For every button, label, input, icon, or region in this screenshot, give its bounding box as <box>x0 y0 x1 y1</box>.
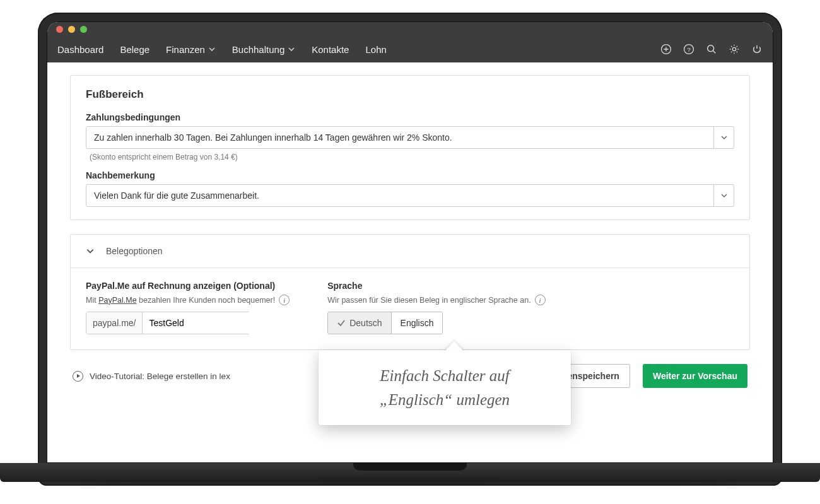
play-icon[interactable] <box>73 371 83 382</box>
main-navbar: Dashboard Belege Finanzen Buchhaltung Ko… <box>47 36 773 62</box>
postscript-dropdown[interactable]: Vielen Dank für die gute Zusammenarbeit. <box>86 184 734 207</box>
chevron-down-icon <box>86 247 95 255</box>
paypal-handle-input[interactable] <box>143 312 266 334</box>
language-german-label: Deutsch <box>349 318 382 328</box>
chevron-down-icon <box>208 45 216 53</box>
maximize-window-dot[interactable] <box>80 26 87 33</box>
nav-finanzen[interactable]: Finanzen <box>166 44 216 55</box>
paypal-link[interactable]: PayPal.Me <box>98 296 136 305</box>
svg-point-3 <box>708 45 714 52</box>
payment-terms-label: Zahlungsbedingungen <box>86 112 734 122</box>
chevron-down-icon <box>288 45 295 53</box>
tutorial-link[interactable]: Video-Tutorial: Belege erstellen in lex <box>90 372 230 381</box>
nav-kontakte[interactable]: Kontakte <box>312 44 349 55</box>
add-icon[interactable] <box>660 44 672 55</box>
window-titlebar <box>47 22 773 36</box>
footer-section-card: Fußbereich Zahlungsbedingungen Zu zahlen… <box>70 75 750 220</box>
language-english-button[interactable]: Englisch <box>391 312 443 334</box>
help-icon[interactable]: ? <box>683 44 694 55</box>
language-subtitle-row: Wir passen für Sie diesen Beleg in engli… <box>327 295 545 305</box>
chevron-down-icon <box>720 192 728 199</box>
nav-dashboard[interactable]: Dashboard <box>57 44 103 55</box>
check-icon <box>337 319 346 327</box>
options-header-label: Belegoptionen <box>106 246 163 256</box>
postscript-chevron[interactable] <box>713 185 734 206</box>
paypal-subtitle: Mit PayPal.Me bezahlen Ihre Kunden noch … <box>86 295 290 305</box>
nav-buchhaltung-label: Buchhaltung <box>232 44 284 55</box>
callout-line-2: „Englisch“ umlegen <box>336 388 553 412</box>
language-german-button[interactable]: Deutsch <box>328 312 390 334</box>
skonto-hint: (Skonto entspricht einem Betrag von 3,14… <box>86 153 734 161</box>
nav-belege-label: Belege <box>120 44 149 55</box>
svg-text:?: ? <box>687 46 691 53</box>
gear-icon[interactable] <box>729 44 740 55</box>
paypal-prefix: paypal.me/ <box>86 312 143 334</box>
payment-terms-value: Zu zahlen innerhalb 30 Tagen. Bei Zahlun… <box>86 127 713 148</box>
chevron-down-icon <box>720 134 728 141</box>
minimize-window-dot[interactable] <box>68 26 75 33</box>
callout-tooltip: Einfach Schalter auf „Englisch“ umlegen <box>319 350 571 425</box>
language-toggle: Deutsch Englisch <box>327 312 443 334</box>
paypal-input-group: paypal.me/ <box>86 312 250 334</box>
nav-lohn-label: Lohn <box>365 44 386 55</box>
info-icon[interactable]: i <box>535 295 546 305</box>
paypal-column: PayPal.Me auf Rechnung anzeigen (Optiona… <box>86 281 290 334</box>
paypal-title: PayPal.Me auf Rechnung anzeigen (Optiona… <box>86 281 290 291</box>
language-subtitle: Wir passen für Sie diesen Beleg in engli… <box>327 296 530 305</box>
preview-button[interactable]: Weiter zur Vorschau <box>643 364 747 388</box>
info-icon[interactable]: i <box>279 295 290 305</box>
payment-terms-dropdown[interactable]: Zu zahlen innerhalb 30 Tagen. Bei Zahlun… <box>86 126 734 149</box>
nav-buchhaltung[interactable]: Buchhaltung <box>232 44 295 55</box>
nav-dashboard-label: Dashboard <box>57 44 103 55</box>
options-toggle-header[interactable]: Belegoptionen <box>71 235 749 268</box>
nav-belege[interactable]: Belege <box>120 44 149 55</box>
search-icon[interactable] <box>706 44 717 55</box>
postscript-label: Nachbemerkung <box>86 170 734 180</box>
nav-kontakte-label: Kontakte <box>312 44 349 55</box>
close-window-dot[interactable] <box>56 26 63 33</box>
postscript-value: Vielen Dank für die gute Zusammenarbeit. <box>86 185 713 206</box>
power-icon[interactable] <box>751 44 763 55</box>
language-title: Sprache <box>327 281 545 291</box>
language-english-label: Englisch <box>401 318 434 328</box>
nav-finanzen-label: Finanzen <box>166 44 205 55</box>
svg-point-4 <box>732 47 735 50</box>
footer-section-title: Fußbereich <box>86 88 734 101</box>
nav-lohn[interactable]: Lohn <box>365 44 386 55</box>
payment-terms-chevron[interactable] <box>713 127 734 148</box>
language-column: Sprache Wir passen für Sie diesen Beleg … <box>327 281 545 334</box>
options-card: Belegoptionen PayPal.Me auf Rechnung anz… <box>70 234 750 350</box>
callout-line-1: Einfach Schalter auf <box>336 364 553 388</box>
